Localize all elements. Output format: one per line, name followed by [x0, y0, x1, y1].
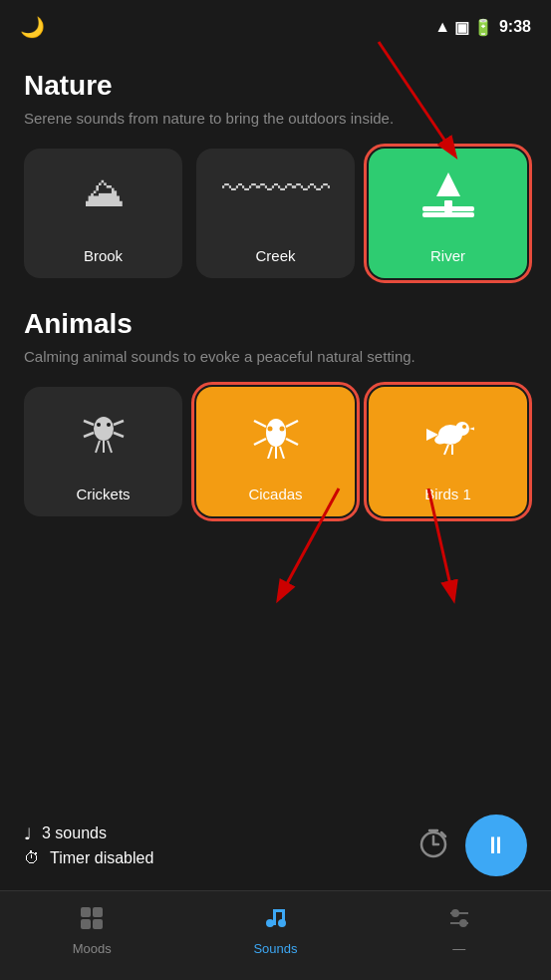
creek-label: Creek — [255, 247, 295, 264]
svg-point-25 — [455, 422, 469, 436]
svg-point-27 — [462, 425, 466, 429]
svg-point-20 — [279, 427, 284, 432]
animals-sound-grid: Crickets — [24, 387, 527, 516]
crickets-icon — [80, 407, 128, 465]
svg-line-8 — [114, 433, 124, 437]
music-note-icon: ♩ — [24, 824, 32, 843]
play-pause-icon: ⏸ — [484, 831, 508, 859]
svg-rect-39 — [81, 919, 91, 929]
main-content: Nature Serene sounds from nature to brin… — [0, 50, 551, 890]
sounds-count-row: ♩ 3 sounds — [24, 824, 153, 843]
svg-rect-40 — [93, 919, 103, 929]
mixer-icon — [446, 905, 472, 937]
svg-marker-26 — [469, 427, 474, 431]
svg-line-21 — [268, 447, 272, 459]
creek-icon: 〰〰〰 — [222, 168, 330, 210]
nature-title: Nature — [24, 70, 527, 102]
svg-line-6 — [84, 433, 94, 437]
svg-rect-2 — [422, 206, 474, 211]
svg-line-17 — [286, 421, 298, 427]
sound-card-crickets[interactable]: Crickets — [24, 387, 182, 516]
river-icon — [422, 168, 474, 230]
svg-line-23 — [280, 447, 284, 459]
timer-button[interactable] — [417, 826, 449, 865]
moon-icon: 🌙 — [20, 15, 45, 39]
mixer-nav-label: — — [452, 941, 465, 956]
nature-description: Serene sounds from nature to bring the o… — [24, 108, 527, 129]
svg-point-4 — [94, 417, 114, 441]
bottom-status-bar: ♩ 3 sounds ⏱ Timer disabled ⏸ — [0, 801, 551, 890]
battery-icon: 🔋 — [473, 18, 493, 37]
svg-line-13 — [108, 441, 112, 453]
brook-icon: ⛰ — [83, 168, 125, 216]
sound-card-birds1[interactable]: Birds 1 — [369, 387, 527, 516]
svg-point-49 — [460, 920, 466, 926]
svg-rect-3 — [422, 212, 474, 217]
svg-rect-37 — [81, 907, 91, 917]
svg-point-19 — [267, 427, 272, 432]
animals-section: Animals Calming animal sounds to evoke a… — [24, 308, 527, 516]
nav-item-mixer[interactable]: — — [368, 905, 551, 956]
signal-icon: ▣ — [454, 18, 469, 37]
cicadas-label: Cicadas — [248, 486, 302, 502]
moods-icon — [79, 905, 105, 937]
brook-label: Brook — [84, 247, 123, 264]
svg-line-5 — [84, 421, 94, 425]
svg-point-14 — [266, 419, 286, 447]
bottom-controls: ⏸ — [417, 815, 527, 876]
bottom-nav: Moods Sounds — — [0, 890, 551, 980]
timer-icon-small: ⏱ — [24, 849, 40, 867]
nature-sound-grid: ⛰ Brook 〰〰〰 Creek R — [24, 149, 527, 278]
nature-section: Nature Serene sounds from nature to brin… — [24, 70, 527, 278]
sounds-count-text: 3 sounds — [42, 824, 107, 842]
status-info: ♩ 3 sounds ⏱ Timer disabled — [24, 824, 153, 867]
sound-card-cicadas[interactable]: Cicadas — [196, 387, 355, 516]
crickets-label: Crickets — [76, 486, 130, 502]
svg-line-18 — [286, 439, 298, 445]
animals-title: Animals — [24, 308, 527, 340]
svg-line-7 — [114, 421, 124, 425]
river-label: River — [430, 247, 465, 264]
birds1-icon — [422, 407, 474, 469]
nav-item-sounds[interactable]: Sounds — [183, 905, 367, 956]
svg-point-45 — [278, 919, 286, 927]
svg-marker-1 — [436, 172, 460, 196]
wifi-icon: ▲ — [434, 18, 450, 36]
birds1-label: Birds 1 — [424, 486, 471, 502]
sound-card-river[interactable]: River — [369, 149, 527, 278]
timer-status-text: Timer disabled — [50, 849, 153, 867]
svg-point-10 — [107, 423, 111, 427]
sounds-nav-label: Sounds — [253, 941, 297, 956]
sounds-icon — [262, 905, 288, 937]
sound-card-creek[interactable]: 〰〰〰 Creek — [196, 149, 355, 278]
cicadas-icon — [250, 407, 302, 469]
svg-point-47 — [452, 910, 458, 916]
svg-rect-38 — [93, 907, 103, 917]
status-icons: ▲ ▣ 🔋 — [434, 18, 493, 37]
sound-card-brook[interactable]: ⛰ Brook — [24, 149, 182, 278]
svg-point-41 — [266, 919, 274, 927]
svg-line-11 — [96, 441, 100, 453]
svg-line-30 — [444, 445, 448, 455]
timer-status-row: ⏱ Timer disabled — [24, 849, 153, 867]
clock: 9:38 — [499, 18, 531, 36]
nav-item-moods[interactable]: Moods — [0, 905, 183, 956]
svg-point-9 — [97, 423, 101, 427]
status-right: ▲ ▣ 🔋 9:38 — [434, 18, 531, 37]
svg-line-15 — [254, 421, 266, 427]
moods-nav-label: Moods — [73, 941, 112, 956]
animals-description: Calming animal sounds to evoke a peacefu… — [24, 346, 527, 367]
svg-line-16 — [254, 439, 266, 445]
status-bar: 🌙 ▲ ▣ 🔋 9:38 — [0, 0, 551, 50]
play-pause-button[interactable]: ⏸ — [465, 815, 527, 876]
